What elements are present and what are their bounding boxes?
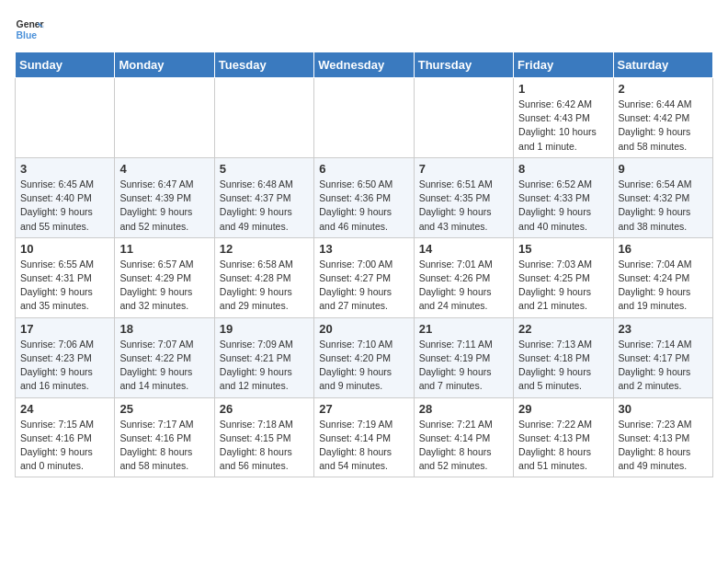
calendar-cell: 3Sunrise: 6:45 AM Sunset: 4:40 PM Daylig… bbox=[16, 157, 115, 237]
day-info: Sunrise: 6:55 AM Sunset: 4:31 PM Dayligh… bbox=[20, 258, 109, 314]
calendar-cell bbox=[314, 78, 414, 158]
col-header-saturday: Saturday bbox=[613, 52, 712, 78]
calendar-week-1: 1Sunrise: 6:42 AM Sunset: 4:43 PM Daylig… bbox=[16, 78, 713, 158]
day-info: Sunrise: 7:01 AM Sunset: 4:26 PM Dayligh… bbox=[419, 258, 508, 314]
calendar-cell: 25Sunrise: 7:17 AM Sunset: 4:16 PM Dayli… bbox=[115, 397, 214, 477]
day-info: Sunrise: 6:45 AM Sunset: 4:40 PM Dayligh… bbox=[20, 178, 109, 234]
calendar-cell: 15Sunrise: 7:03 AM Sunset: 4:25 PM Dayli… bbox=[514, 237, 613, 317]
calendar-cell: 14Sunrise: 7:01 AM Sunset: 4:26 PM Dayli… bbox=[414, 237, 513, 317]
day-number: 26 bbox=[220, 402, 309, 416]
day-number: 11 bbox=[119, 242, 209, 256]
day-info: Sunrise: 7:22 AM Sunset: 4:13 PM Dayligh… bbox=[518, 418, 608, 474]
day-number: 12 bbox=[220, 242, 309, 256]
calendar-cell bbox=[16, 78, 115, 158]
calendar-cell: 22Sunrise: 7:13 AM Sunset: 4:18 PM Dayli… bbox=[514, 317, 613, 397]
calendar-week-3: 10Sunrise: 6:55 AM Sunset: 4:31 PM Dayli… bbox=[16, 237, 713, 317]
day-info: Sunrise: 6:42 AM Sunset: 4:43 PM Dayligh… bbox=[518, 98, 608, 154]
svg-text:Blue: Blue bbox=[17, 30, 38, 40]
day-info: Sunrise: 7:18 AM Sunset: 4:15 PM Dayligh… bbox=[220, 418, 309, 474]
day-info: Sunrise: 7:07 AM Sunset: 4:22 PM Dayligh… bbox=[119, 338, 209, 394]
calendar-cell: 1Sunrise: 6:42 AM Sunset: 4:43 PM Daylig… bbox=[514, 78, 613, 158]
calendar-cell: 23Sunrise: 7:14 AM Sunset: 4:17 PM Dayli… bbox=[613, 317, 712, 397]
day-number: 2 bbox=[619, 82, 708, 96]
calendar-cell: 7Sunrise: 6:51 AM Sunset: 4:35 PM Daylig… bbox=[414, 157, 513, 237]
day-number: 6 bbox=[319, 162, 408, 176]
col-header-monday: Monday bbox=[115, 52, 214, 78]
day-number: 28 bbox=[419, 402, 508, 416]
day-number: 23 bbox=[619, 322, 708, 336]
calendar-cell: 24Sunrise: 7:15 AM Sunset: 4:16 PM Dayli… bbox=[16, 397, 115, 477]
day-info: Sunrise: 6:51 AM Sunset: 4:35 PM Dayligh… bbox=[419, 178, 508, 234]
calendar-cell: 30Sunrise: 7:23 AM Sunset: 4:13 PM Dayli… bbox=[613, 397, 712, 477]
day-info: Sunrise: 6:58 AM Sunset: 4:28 PM Dayligh… bbox=[220, 258, 309, 314]
day-number: 13 bbox=[319, 242, 408, 256]
day-info: Sunrise: 7:23 AM Sunset: 4:13 PM Dayligh… bbox=[619, 418, 708, 474]
calendar-week-2: 3Sunrise: 6:45 AM Sunset: 4:40 PM Daylig… bbox=[16, 157, 713, 237]
calendar-cell: 28Sunrise: 7:21 AM Sunset: 4:14 PM Dayli… bbox=[414, 397, 513, 477]
col-header-wednesday: Wednesday bbox=[314, 52, 414, 78]
calendar-cell bbox=[115, 78, 214, 158]
day-number: 25 bbox=[119, 402, 209, 416]
day-number: 22 bbox=[518, 322, 608, 336]
calendar-week-5: 24Sunrise: 7:15 AM Sunset: 4:16 PM Dayli… bbox=[16, 397, 713, 477]
day-info: Sunrise: 6:57 AM Sunset: 4:29 PM Dayligh… bbox=[119, 258, 209, 314]
day-info: Sunrise: 6:48 AM Sunset: 4:37 PM Dayligh… bbox=[220, 178, 309, 234]
day-number: 3 bbox=[20, 162, 109, 176]
calendar-cell bbox=[214, 78, 313, 158]
calendar-table: SundayMondayTuesdayWednesdayThursdayFrid… bbox=[15, 52, 713, 477]
page-header: General Blue bbox=[15, 15, 713, 44]
day-number: 16 bbox=[619, 242, 708, 256]
calendar-cell: 27Sunrise: 7:19 AM Sunset: 4:14 PM Dayli… bbox=[314, 397, 414, 477]
day-number: 27 bbox=[319, 402, 408, 416]
day-info: Sunrise: 7:10 AM Sunset: 4:20 PM Dayligh… bbox=[319, 338, 408, 394]
day-info: Sunrise: 7:03 AM Sunset: 4:25 PM Dayligh… bbox=[518, 258, 608, 314]
day-info: Sunrise: 6:52 AM Sunset: 4:33 PM Dayligh… bbox=[518, 178, 608, 234]
day-info: Sunrise: 6:47 AM Sunset: 4:39 PM Dayligh… bbox=[119, 178, 209, 234]
day-info: Sunrise: 7:11 AM Sunset: 4:19 PM Dayligh… bbox=[419, 338, 508, 394]
calendar-week-4: 17Sunrise: 7:06 AM Sunset: 4:23 PM Dayli… bbox=[16, 317, 713, 397]
day-number: 21 bbox=[419, 322, 508, 336]
col-header-tuesday: Tuesday bbox=[214, 52, 313, 78]
day-number: 18 bbox=[119, 322, 209, 336]
calendar-cell: 4Sunrise: 6:47 AM Sunset: 4:39 PM Daylig… bbox=[115, 157, 214, 237]
col-header-thursday: Thursday bbox=[414, 52, 513, 78]
day-info: Sunrise: 7:14 AM Sunset: 4:17 PM Dayligh… bbox=[619, 338, 708, 394]
calendar-cell: 17Sunrise: 7:06 AM Sunset: 4:23 PM Dayli… bbox=[16, 317, 115, 397]
day-info: Sunrise: 7:19 AM Sunset: 4:14 PM Dayligh… bbox=[319, 418, 408, 474]
calendar-cell: 11Sunrise: 6:57 AM Sunset: 4:29 PM Dayli… bbox=[115, 237, 214, 317]
calendar-cell: 20Sunrise: 7:10 AM Sunset: 4:20 PM Dayli… bbox=[314, 317, 414, 397]
calendar-header-row: SundayMondayTuesdayWednesdayThursdayFrid… bbox=[16, 52, 713, 78]
calendar-cell: 9Sunrise: 6:54 AM Sunset: 4:32 PM Daylig… bbox=[613, 157, 712, 237]
day-info: Sunrise: 7:09 AM Sunset: 4:21 PM Dayligh… bbox=[220, 338, 309, 394]
day-number: 19 bbox=[220, 322, 309, 336]
day-number: 24 bbox=[20, 402, 109, 416]
day-info: Sunrise: 7:17 AM Sunset: 4:16 PM Dayligh… bbox=[119, 418, 209, 474]
day-info: Sunrise: 6:44 AM Sunset: 4:42 PM Dayligh… bbox=[619, 98, 708, 154]
day-number: 30 bbox=[619, 402, 708, 416]
day-info: Sunrise: 7:00 AM Sunset: 4:27 PM Dayligh… bbox=[319, 258, 408, 314]
day-number: 29 bbox=[518, 402, 608, 416]
day-number: 4 bbox=[119, 162, 209, 176]
calendar-cell: 12Sunrise: 6:58 AM Sunset: 4:28 PM Dayli… bbox=[214, 237, 313, 317]
day-info: Sunrise: 7:06 AM Sunset: 4:23 PM Dayligh… bbox=[20, 338, 109, 394]
calendar-cell: 13Sunrise: 7:00 AM Sunset: 4:27 PM Dayli… bbox=[314, 237, 414, 317]
day-number: 7 bbox=[419, 162, 508, 176]
col-header-friday: Friday bbox=[514, 52, 613, 78]
day-number: 15 bbox=[518, 242, 608, 256]
logo: General Blue bbox=[15, 15, 44, 44]
logo-icon: General Blue bbox=[15, 15, 44, 44]
day-info: Sunrise: 7:04 AM Sunset: 4:24 PM Dayligh… bbox=[619, 258, 708, 314]
col-header-sunday: Sunday bbox=[16, 52, 115, 78]
calendar-cell: 6Sunrise: 6:50 AM Sunset: 4:36 PM Daylig… bbox=[314, 157, 414, 237]
calendar-cell: 2Sunrise: 6:44 AM Sunset: 4:42 PM Daylig… bbox=[613, 78, 712, 158]
day-info: Sunrise: 7:15 AM Sunset: 4:16 PM Dayligh… bbox=[20, 418, 109, 474]
calendar-cell: 19Sunrise: 7:09 AM Sunset: 4:21 PM Dayli… bbox=[214, 317, 313, 397]
day-info: Sunrise: 6:54 AM Sunset: 4:32 PM Dayligh… bbox=[619, 178, 708, 234]
day-number: 5 bbox=[220, 162, 309, 176]
day-info: Sunrise: 7:21 AM Sunset: 4:14 PM Dayligh… bbox=[419, 418, 508, 474]
calendar-cell bbox=[414, 78, 513, 158]
day-info: Sunrise: 7:13 AM Sunset: 4:18 PM Dayligh… bbox=[518, 338, 608, 394]
calendar-cell: 21Sunrise: 7:11 AM Sunset: 4:19 PM Dayli… bbox=[414, 317, 513, 397]
day-number: 17 bbox=[20, 322, 109, 336]
calendar-cell: 26Sunrise: 7:18 AM Sunset: 4:15 PM Dayli… bbox=[214, 397, 313, 477]
